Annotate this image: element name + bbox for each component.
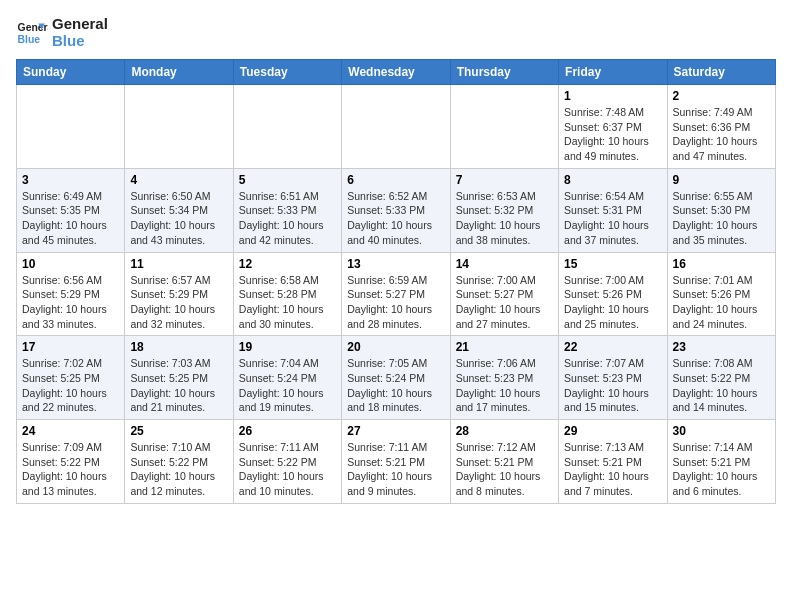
day-number: 16	[673, 257, 770, 271]
day-number: 12	[239, 257, 336, 271]
day-number: 1	[564, 89, 661, 103]
day-info: Sunrise: 7:11 AM Sunset: 5:21 PM Dayligh…	[347, 440, 444, 499]
day-number: 17	[22, 340, 119, 354]
calendar-cell: 11Sunrise: 6:57 AM Sunset: 5:29 PM Dayli…	[125, 252, 233, 336]
day-info: Sunrise: 7:03 AM Sunset: 5:25 PM Dayligh…	[130, 356, 227, 415]
weekday-header: Tuesday	[233, 60, 341, 85]
day-info: Sunrise: 6:52 AM Sunset: 5:33 PM Dayligh…	[347, 189, 444, 248]
day-info: Sunrise: 7:49 AM Sunset: 6:36 PM Dayligh…	[673, 105, 770, 164]
logo: General Blue General Blue	[16, 16, 108, 49]
day-number: 30	[673, 424, 770, 438]
calendar-cell: 19Sunrise: 7:04 AM Sunset: 5:24 PM Dayli…	[233, 336, 341, 420]
calendar-cell: 13Sunrise: 6:59 AM Sunset: 5:27 PM Dayli…	[342, 252, 450, 336]
day-number: 28	[456, 424, 553, 438]
calendar-cell: 26Sunrise: 7:11 AM Sunset: 5:22 PM Dayli…	[233, 420, 341, 504]
calendar-cell: 7Sunrise: 6:53 AM Sunset: 5:32 PM Daylig…	[450, 168, 558, 252]
day-number: 15	[564, 257, 661, 271]
day-number: 5	[239, 173, 336, 187]
day-info: Sunrise: 7:06 AM Sunset: 5:23 PM Dayligh…	[456, 356, 553, 415]
day-info: Sunrise: 7:07 AM Sunset: 5:23 PM Dayligh…	[564, 356, 661, 415]
day-info: Sunrise: 6:53 AM Sunset: 5:32 PM Dayligh…	[456, 189, 553, 248]
calendar-cell: 28Sunrise: 7:12 AM Sunset: 5:21 PM Dayli…	[450, 420, 558, 504]
calendar-cell	[342, 85, 450, 169]
day-number: 4	[130, 173, 227, 187]
day-info: Sunrise: 7:12 AM Sunset: 5:21 PM Dayligh…	[456, 440, 553, 499]
day-number: 25	[130, 424, 227, 438]
calendar-cell: 29Sunrise: 7:13 AM Sunset: 5:21 PM Dayli…	[559, 420, 667, 504]
day-number: 8	[564, 173, 661, 187]
day-number: 3	[22, 173, 119, 187]
day-info: Sunrise: 6:56 AM Sunset: 5:29 PM Dayligh…	[22, 273, 119, 332]
calendar-cell: 17Sunrise: 7:02 AM Sunset: 5:25 PM Dayli…	[17, 336, 125, 420]
day-number: 14	[456, 257, 553, 271]
calendar-cell: 15Sunrise: 7:00 AM Sunset: 5:26 PM Dayli…	[559, 252, 667, 336]
day-info: Sunrise: 7:02 AM Sunset: 5:25 PM Dayligh…	[22, 356, 119, 415]
day-info: Sunrise: 6:51 AM Sunset: 5:33 PM Dayligh…	[239, 189, 336, 248]
day-number: 10	[22, 257, 119, 271]
day-info: Sunrise: 7:08 AM Sunset: 5:22 PM Dayligh…	[673, 356, 770, 415]
day-info: Sunrise: 7:04 AM Sunset: 5:24 PM Dayligh…	[239, 356, 336, 415]
day-info: Sunrise: 6:58 AM Sunset: 5:28 PM Dayligh…	[239, 273, 336, 332]
calendar-cell	[17, 85, 125, 169]
calendar-cell: 22Sunrise: 7:07 AM Sunset: 5:23 PM Dayli…	[559, 336, 667, 420]
calendar-cell	[233, 85, 341, 169]
day-number: 18	[130, 340, 227, 354]
weekday-header: Thursday	[450, 60, 558, 85]
calendar-cell: 6Sunrise: 6:52 AM Sunset: 5:33 PM Daylig…	[342, 168, 450, 252]
logo-icon: General Blue	[16, 17, 48, 49]
weekday-header: Wednesday	[342, 60, 450, 85]
calendar-cell: 18Sunrise: 7:03 AM Sunset: 5:25 PM Dayli…	[125, 336, 233, 420]
calendar-cell	[125, 85, 233, 169]
day-number: 19	[239, 340, 336, 354]
calendar-cell	[450, 85, 558, 169]
weekday-header: Sunday	[17, 60, 125, 85]
day-number: 21	[456, 340, 553, 354]
day-info: Sunrise: 7:48 AM Sunset: 6:37 PM Dayligh…	[564, 105, 661, 164]
day-number: 22	[564, 340, 661, 354]
calendar-cell: 5Sunrise: 6:51 AM Sunset: 5:33 PM Daylig…	[233, 168, 341, 252]
calendar-cell: 27Sunrise: 7:11 AM Sunset: 5:21 PM Dayli…	[342, 420, 450, 504]
calendar-cell: 30Sunrise: 7:14 AM Sunset: 5:21 PM Dayli…	[667, 420, 775, 504]
weekday-header: Friday	[559, 60, 667, 85]
day-number: 2	[673, 89, 770, 103]
day-number: 29	[564, 424, 661, 438]
day-info: Sunrise: 7:10 AM Sunset: 5:22 PM Dayligh…	[130, 440, 227, 499]
day-info: Sunrise: 6:57 AM Sunset: 5:29 PM Dayligh…	[130, 273, 227, 332]
calendar-cell: 4Sunrise: 6:50 AM Sunset: 5:34 PM Daylig…	[125, 168, 233, 252]
calendar-cell: 24Sunrise: 7:09 AM Sunset: 5:22 PM Dayli…	[17, 420, 125, 504]
day-number: 26	[239, 424, 336, 438]
day-info: Sunrise: 7:05 AM Sunset: 5:24 PM Dayligh…	[347, 356, 444, 415]
day-info: Sunrise: 7:13 AM Sunset: 5:21 PM Dayligh…	[564, 440, 661, 499]
calendar-cell: 21Sunrise: 7:06 AM Sunset: 5:23 PM Dayli…	[450, 336, 558, 420]
day-number: 20	[347, 340, 444, 354]
day-info: Sunrise: 6:55 AM Sunset: 5:30 PM Dayligh…	[673, 189, 770, 248]
day-info: Sunrise: 6:54 AM Sunset: 5:31 PM Dayligh…	[564, 189, 661, 248]
day-number: 24	[22, 424, 119, 438]
day-info: Sunrise: 6:49 AM Sunset: 5:35 PM Dayligh…	[22, 189, 119, 248]
page-header: General Blue General Blue	[16, 16, 776, 49]
calendar-cell: 14Sunrise: 7:00 AM Sunset: 5:27 PM Dayli…	[450, 252, 558, 336]
calendar-cell: 20Sunrise: 7:05 AM Sunset: 5:24 PM Dayli…	[342, 336, 450, 420]
day-number: 6	[347, 173, 444, 187]
day-info: Sunrise: 7:00 AM Sunset: 5:26 PM Dayligh…	[564, 273, 661, 332]
day-info: Sunrise: 7:11 AM Sunset: 5:22 PM Dayligh…	[239, 440, 336, 499]
calendar-cell: 8Sunrise: 6:54 AM Sunset: 5:31 PM Daylig…	[559, 168, 667, 252]
day-info: Sunrise: 7:14 AM Sunset: 5:21 PM Dayligh…	[673, 440, 770, 499]
calendar: SundayMondayTuesdayWednesdayThursdayFrid…	[16, 59, 776, 504]
weekday-header: Monday	[125, 60, 233, 85]
calendar-cell: 12Sunrise: 6:58 AM Sunset: 5:28 PM Dayli…	[233, 252, 341, 336]
calendar-cell: 25Sunrise: 7:10 AM Sunset: 5:22 PM Dayli…	[125, 420, 233, 504]
calendar-cell: 3Sunrise: 6:49 AM Sunset: 5:35 PM Daylig…	[17, 168, 125, 252]
day-info: Sunrise: 6:50 AM Sunset: 5:34 PM Dayligh…	[130, 189, 227, 248]
calendar-cell: 9Sunrise: 6:55 AM Sunset: 5:30 PM Daylig…	[667, 168, 775, 252]
weekday-header: Saturday	[667, 60, 775, 85]
day-info: Sunrise: 7:09 AM Sunset: 5:22 PM Dayligh…	[22, 440, 119, 499]
day-number: 13	[347, 257, 444, 271]
day-number: 9	[673, 173, 770, 187]
calendar-cell: 16Sunrise: 7:01 AM Sunset: 5:26 PM Dayli…	[667, 252, 775, 336]
day-number: 23	[673, 340, 770, 354]
day-number: 11	[130, 257, 227, 271]
day-info: Sunrise: 6:59 AM Sunset: 5:27 PM Dayligh…	[347, 273, 444, 332]
day-number: 7	[456, 173, 553, 187]
calendar-cell: 10Sunrise: 6:56 AM Sunset: 5:29 PM Dayli…	[17, 252, 125, 336]
